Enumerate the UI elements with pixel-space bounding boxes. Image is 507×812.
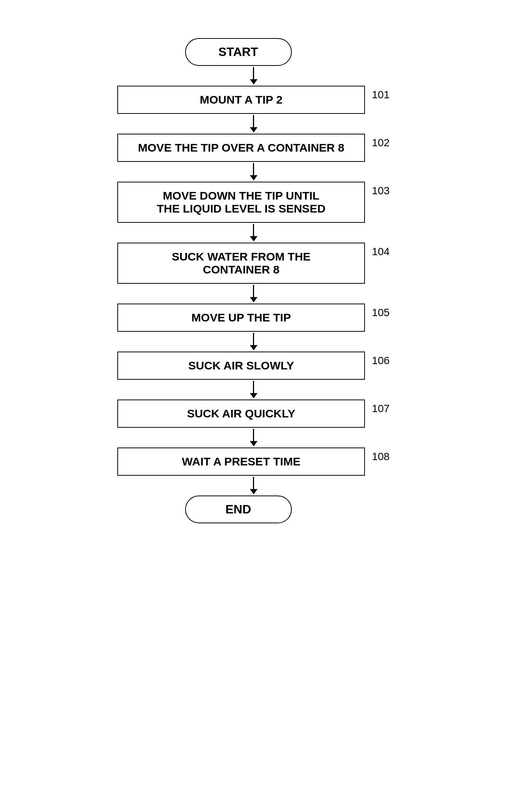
arrow-2 [250,114,257,134]
step-box-108: WAIT A PRESET TIME [117,448,365,476]
arrow-6 [250,332,257,352]
step-row-102: MOVE THE TIP OVER A CONTAINER 8102 [82,134,425,162]
ref-label-107: 107 [372,403,390,415]
arrow-8 [250,428,257,448]
step-box-106: SUCK AIR SLOWLY [117,352,365,380]
step-box-start: START [185,38,292,66]
step-box-103: MOVE DOWN THE TIP UNTILTHE LIQUID LEVEL … [117,182,365,223]
step-row-start: START [82,38,425,66]
step-row-105: MOVE UP THE TIP105 [82,304,425,332]
step-row-104: SUCK WATER FROM THECONTAINER 8104 [82,243,425,284]
arrow-1 [250,66,257,86]
step-row-106: SUCK AIR SLOWLY106 [82,352,425,380]
arrow-4 [250,223,257,243]
step-box-107: SUCK AIR QUICKLY [117,400,365,428]
step-box-105: MOVE UP THE TIP [117,304,365,332]
arrow-5 [250,284,257,304]
step-row-108: WAIT A PRESET TIME108 [82,448,425,476]
step-row-103: MOVE DOWN THE TIP UNTILTHE LIQUID LEVEL … [82,182,425,223]
ref-label-104: 104 [372,246,390,258]
arrow-7 [250,380,257,400]
ref-label-106: 106 [372,355,390,367]
arrow-3 [250,162,257,182]
step-box-104: SUCK WATER FROM THECONTAINER 8 [117,243,365,284]
ref-label-103: 103 [372,185,390,197]
step-row-107: SUCK AIR QUICKLY107 [82,400,425,428]
step-row-end: END [82,496,425,523]
ref-label-105: 105 [372,307,390,319]
step-box-end: END [185,496,292,523]
ref-label-102: 102 [372,137,390,149]
ref-label-101: 101 [372,89,390,101]
flowchart: STARTMOUNT A TIP 2101MOVE THE TIP OVER A… [82,38,425,523]
step-box-102: MOVE THE TIP OVER A CONTAINER 8 [117,134,365,162]
arrow-9 [250,476,257,496]
step-box-101: MOUNT A TIP 2 [117,86,365,114]
page: STARTMOUNT A TIP 2101MOVE THE TIP OVER A… [82,15,425,523]
step-row-101: MOUNT A TIP 2101 [82,86,425,114]
ref-label-108: 108 [372,451,390,463]
